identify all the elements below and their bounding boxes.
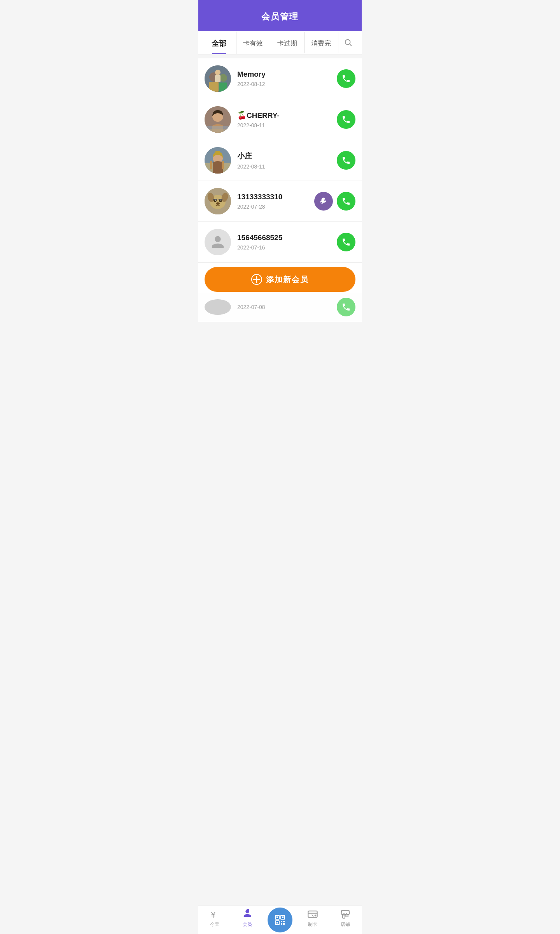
edit-button[interactable]	[314, 192, 333, 211]
call-button[interactable]	[337, 233, 355, 251]
partial-member-info: 2022-07-08	[237, 304, 337, 310]
member-name: 15645668525	[237, 234, 337, 242]
svg-point-25	[215, 200, 216, 201]
partial-member-date: 2022-07-08	[237, 304, 337, 310]
call-button[interactable]	[337, 192, 355, 211]
tab-expired[interactable]: 卡过期	[270, 32, 304, 53]
member-info: 小庄 2022-08-11	[237, 151, 337, 170]
partial-avatar	[205, 299, 231, 315]
avatar	[205, 65, 231, 92]
header: 会员管理	[198, 0, 362, 31]
tab-bar: 全部 卡有效 卡过期 消费完	[198, 31, 362, 54]
svg-rect-6	[219, 83, 227, 92]
avatar	[205, 106, 231, 133]
page-title: 会员管理	[261, 12, 299, 21]
member-name: 小庄	[237, 151, 337, 161]
svg-point-7	[215, 70, 220, 75]
member-info: Memory 2022-08-12	[237, 70, 337, 87]
member-info: 15645668525 2022-07-16	[237, 234, 337, 251]
member-actions	[337, 151, 355, 170]
call-button[interactable]	[337, 69, 355, 88]
member-actions	[337, 233, 355, 251]
member-date: 2022-07-16	[237, 244, 337, 251]
partial-call-button[interactable]	[337, 298, 355, 316]
svg-rect-8	[215, 75, 220, 82]
svg-rect-16	[215, 151, 220, 154]
call-button[interactable]	[337, 110, 355, 129]
svg-point-27	[216, 202, 220, 205]
partial-member-item: 2022-07-08	[198, 292, 362, 322]
member-name: Memory	[237, 70, 337, 79]
add-member-label: 添加新会员	[266, 274, 309, 285]
tab-all[interactable]: 全部	[202, 32, 236, 54]
add-member-button[interactable]: 添加新会员	[205, 267, 355, 292]
tab-valid[interactable]: 卡有效	[236, 32, 271, 53]
member-date: 2022-08-12	[237, 81, 337, 87]
search-button[interactable]	[338, 31, 358, 54]
member-item[interactable]: 15645668525 2022-07-16	[198, 222, 362, 263]
add-member-bar: 添加新会员	[198, 263, 362, 292]
add-icon	[251, 274, 262, 285]
tab-consumed[interactable]: 消费完	[304, 32, 339, 53]
member-item[interactable]: 13133333310 2022-07-28	[198, 181, 362, 222]
member-date: 2022-07-28	[237, 204, 314, 210]
call-button[interactable]	[337, 151, 355, 170]
svg-line-1	[350, 44, 352, 46]
member-name: 🍒CHERRY-	[237, 111, 337, 120]
member-info: 🍒CHERRY- 2022-08-11	[237, 111, 337, 128]
avatar	[205, 147, 231, 174]
member-date: 2022-08-11	[237, 163, 337, 170]
member-actions	[314, 192, 355, 211]
member-item[interactable]: 小庄 2022-08-11	[198, 140, 362, 181]
svg-rect-17	[222, 161, 224, 169]
member-name: 13133333310	[237, 193, 314, 201]
svg-rect-18	[210, 161, 212, 169]
svg-point-0	[345, 40, 350, 45]
member-list: Memory 2022-08-12 🍒CHERRY- 2022-	[198, 58, 362, 263]
svg-rect-12	[205, 129, 231, 133]
avatar	[205, 229, 231, 255]
member-actions	[337, 110, 355, 129]
member-info: 13133333310 2022-07-28	[237, 193, 314, 210]
avatar	[205, 188, 231, 214]
svg-rect-4	[209, 82, 219, 92]
member-item[interactable]: 🍒CHERRY- 2022-08-11	[198, 99, 362, 140]
member-actions	[337, 69, 355, 88]
member-item[interactable]: Memory 2022-08-12	[198, 58, 362, 99]
svg-point-26	[220, 200, 222, 201]
member-date: 2022-08-11	[237, 122, 337, 128]
